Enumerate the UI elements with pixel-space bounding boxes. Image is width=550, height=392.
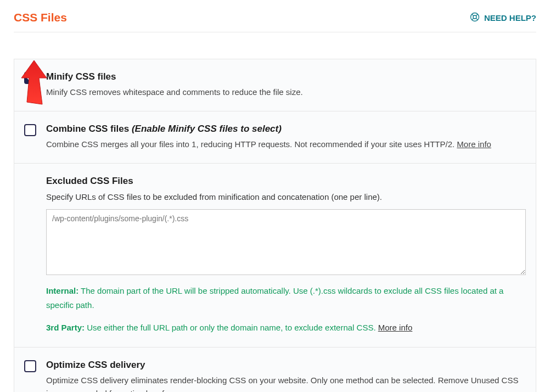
note-internal-text: The domain part of the URL will be strip… <box>46 286 503 310</box>
option-minify-css: Minify CSS files Minify CSS removes whit… <box>14 59 536 111</box>
excluded-css-section: Excluded CSS Files Specify URLs of CSS f… <box>14 164 536 348</box>
optimize-content: Optimize CSS delivery Optimize CSS deliv… <box>46 360 526 393</box>
note-thirdparty-label: 3rd Party: <box>46 323 85 332</box>
svg-line-2 <box>472 14 474 15</box>
svg-line-4 <box>476 14 478 15</box>
note-internal-label: Internal: <box>46 286 78 295</box>
thirdparty-more-info-link[interactable]: More info <box>378 323 413 332</box>
combine-desc-text: Combine CSS merges all your files into 1… <box>46 139 457 149</box>
settings-panel: Minify CSS files Minify CSS removes whit… <box>14 59 536 392</box>
lifebuoy-icon <box>470 12 480 24</box>
optimize-desc: Optimize CSS delivery eliminates render-… <box>46 374 526 393</box>
combine-more-info-link[interactable]: More info <box>457 139 491 149</box>
minify-title: Minify CSS files <box>46 71 526 82</box>
svg-point-1 <box>473 15 476 19</box>
excluded-desc: Specify URLs of CSS files to be excluded… <box>46 192 526 201</box>
excluded-note-internal: Internal: The domain part of the URL wil… <box>46 284 526 312</box>
svg-line-3 <box>476 18 478 20</box>
excluded-note-thirdparty: 3rd Party: Use either the full URL path … <box>46 321 526 335</box>
need-help-link[interactable]: NEED HELP? <box>470 12 536 24</box>
svg-line-5 <box>472 18 474 20</box>
combine-title-italic: (Enable Minify CSS files to select) <box>132 124 282 134</box>
combine-desc: Combine CSS merges all your files into 1… <box>46 138 526 151</box>
minify-checkbox[interactable] <box>24 72 36 84</box>
need-help-label: NEED HELP? <box>484 13 536 23</box>
optimize-checkbox[interactable] <box>24 360 36 372</box>
minify-desc: Minify CSS removes whitespace and commen… <box>46 86 526 99</box>
optimize-title: Optimize CSS delivery <box>46 360 526 371</box>
minify-content: Minify CSS files Minify CSS removes whit… <box>46 71 526 99</box>
page-header: CSS Files NEED HELP? <box>14 11 536 32</box>
page-title: CSS Files <box>14 11 67 24</box>
excluded-title: Excluded CSS Files <box>46 176 526 187</box>
option-optimize-css: Optimize CSS delivery Optimize CSS deliv… <box>14 348 536 393</box>
note-thirdparty-text: Use either the full URL path or only the… <box>85 323 378 332</box>
excluded-css-textarea[interactable] <box>46 209 526 275</box>
combine-checkbox[interactable] <box>24 124 36 136</box>
combine-title-text: Combine CSS files <box>46 124 132 134</box>
combine-content: Combine CSS files (Enable Minify CSS fil… <box>46 124 526 151</box>
combine-title: Combine CSS files (Enable Minify CSS fil… <box>46 124 526 135</box>
option-combine-css: Combine CSS files (Enable Minify CSS fil… <box>14 111 536 164</box>
